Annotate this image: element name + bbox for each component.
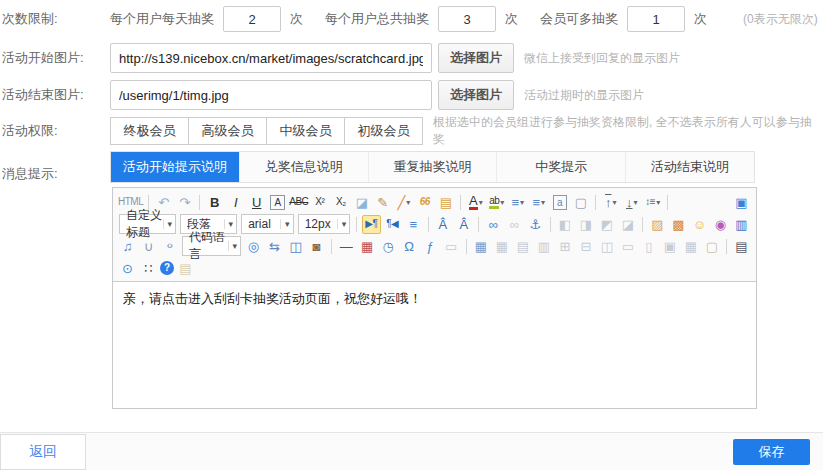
- anchor-label-icon[interactable]: a: [550, 193, 569, 212]
- formula-icon[interactable]: ƒ: [421, 237, 440, 256]
- bold-icon[interactable]: B: [205, 193, 224, 212]
- end-image-pick-button[interactable]: 选择图片: [438, 80, 514, 110]
- underline-icon[interactable]: U: [247, 193, 266, 212]
- template-icon[interactable]: ◫: [286, 237, 305, 256]
- special-char-icon[interactable]: Ω: [400, 237, 419, 256]
- emoji-icon[interactable]: ☺: [690, 215, 709, 234]
- superscript-icon[interactable]: X²: [310, 193, 329, 212]
- paste-plain-icon[interactable]: ▤: [176, 259, 195, 278]
- insert-col-icon[interactable]: ⊟: [576, 237, 595, 256]
- unlink-icon[interactable]: ∞: [505, 215, 524, 234]
- toolbar-separator: [550, 217, 551, 232]
- line-height-icon[interactable]: ↕≡▾: [643, 193, 662, 212]
- paste-icon[interactable]: ▤: [436, 193, 455, 212]
- link-icon[interactable]: ∞: [484, 215, 503, 234]
- redo-icon[interactable]: ↷: [175, 193, 194, 212]
- limit-hint: (0表示无限次): [743, 11, 818, 28]
- member-extra-label: 会员可多抽奖: [540, 10, 618, 28]
- paragraph-space-bottom-icon[interactable]: ↓▾: [622, 193, 641, 212]
- blockquote-icon[interactable]: 66: [415, 193, 434, 212]
- merge-right-icon[interactable]: ▭: [618, 237, 637, 256]
- font-size-select[interactable]: 12px▾: [298, 214, 351, 234]
- member-extra-input[interactable]: [627, 6, 685, 32]
- attachment-icon[interactable]: ∪: [139, 237, 158, 256]
- permission-option-4[interactable]: 初级会员: [344, 117, 423, 145]
- message-tab-2[interactable]: 兑奖信息说明: [240, 152, 369, 182]
- back-button[interactable]: 返回: [0, 434, 86, 470]
- date-icon[interactable]: ▦: [358, 237, 377, 256]
- subscript-icon[interactable]: X₂: [331, 193, 350, 212]
- code-language-select[interactable]: 代码语言▾: [182, 236, 241, 256]
- per-day-unit: 次: [290, 10, 303, 28]
- map-icon[interactable]: ◎: [244, 237, 263, 256]
- letter-spacing-icon[interactable]: Â: [433, 215, 452, 234]
- strikethrough-icon[interactable]: ABC: [289, 193, 308, 212]
- message-tab-3[interactable]: 重复抽奖说明: [369, 152, 498, 182]
- summary-icon[interactable]: ▭: [442, 237, 461, 256]
- unordered-list-icon[interactable]: ≡▾: [529, 193, 548, 212]
- new-page-icon[interactable]: ▢: [571, 193, 590, 212]
- total-input[interactable]: [438, 6, 496, 32]
- image-inline-icon[interactable]: ◨: [576, 215, 595, 234]
- fullscreen-icon[interactable]: ▣: [732, 193, 751, 212]
- anchor-icon[interactable]: ⚓: [526, 215, 545, 234]
- per-day-label: 每个用户每天抽奖: [110, 10, 214, 28]
- merge-cells-icon[interactable]: ▣: [660, 237, 679, 256]
- preview-icon[interactable]: ⊙: [118, 259, 137, 278]
- font-color-icon[interactable]: A▾: [466, 193, 485, 212]
- font-border-icon[interactable]: A: [268, 193, 287, 212]
- image-left-icon[interactable]: ◧: [555, 215, 574, 234]
- table-fullwidth-icon[interactable]: ▦: [681, 237, 700, 256]
- split-cell-icon[interactable]: ◫: [597, 237, 616, 256]
- delete-table-icon[interactable]: ▦: [492, 237, 511, 256]
- message-tab-1[interactable]: 活动开始提示说明: [111, 152, 240, 182]
- italic-icon[interactable]: I: [226, 193, 245, 212]
- insert-image-icon[interactable]: ▩: [669, 215, 688, 234]
- image-none-icon[interactable]: ◪: [618, 215, 637, 234]
- doc-template-icon[interactable]: ▢: [702, 237, 721, 256]
- message-tab-4[interactable]: 中奖提示: [497, 152, 626, 182]
- start-image-input[interactable]: [110, 43, 432, 73]
- search-replace-icon[interactable]: ∷: [139, 259, 158, 278]
- insert-row-icon[interactable]: ⊞: [555, 237, 574, 256]
- end-image-input[interactable]: [110, 80, 432, 110]
- permission-label: 活动权限:: [2, 122, 110, 140]
- message-tab-5[interactable]: 活动结束说明: [626, 152, 754, 182]
- pagebreak-icon[interactable]: ⇆: [265, 237, 284, 256]
- merge-down-icon[interactable]: ▯: [639, 237, 658, 256]
- per-day-input[interactable]: [223, 6, 281, 32]
- editor-content[interactable]: 亲，请点击进入刮刮卡抽奖活动页面，祝您好运哦！: [113, 282, 756, 408]
- indent-icon[interactable]: ≡: [404, 215, 423, 234]
- palette-icon[interactable]: ◉: [711, 215, 730, 234]
- highlight-color-icon[interactable]: ab▾: [487, 193, 506, 212]
- table-title-col-icon[interactable]: ▥: [534, 237, 553, 256]
- scrawl-icon[interactable]: ╱▾: [394, 193, 413, 212]
- music-icon[interactable]: ♫: [118, 237, 137, 256]
- table-title-row-icon[interactable]: ▤: [513, 237, 532, 256]
- format-brush-icon[interactable]: ✎: [373, 193, 392, 212]
- word-spacing-icon[interactable]: Â: [454, 215, 473, 234]
- insert-code-icon[interactable]: ‹›: [160, 237, 179, 256]
- time-icon[interactable]: ◷: [379, 237, 398, 256]
- paragraph-space-top-icon[interactable]: ↑▾: [601, 193, 620, 212]
- format-clear-icon[interactable]: ◪: [352, 193, 371, 212]
- font-family-select[interactable]: arial▾: [241, 214, 294, 234]
- start-image-row: 活动开始图片: 选择图片 微信上接受到回复的显示图片: [2, 42, 823, 74]
- print-icon[interactable]: ▤: [732, 237, 751, 256]
- permission-option-2[interactable]: 高级会员: [188, 117, 267, 145]
- save-button[interactable]: 保存: [733, 439, 810, 465]
- horizontal-rule-icon[interactable]: —: [337, 237, 356, 256]
- heading-select[interactable]: 自定义标题▾: [119, 214, 176, 234]
- direction-rtl-icon[interactable]: ¶◀: [383, 215, 402, 234]
- direction-ltr-icon[interactable]: ▶¶: [362, 215, 381, 234]
- ordered-list-icon[interactable]: ≡▾: [508, 193, 527, 212]
- image-icon[interactable]: ▨: [648, 215, 667, 234]
- permission-option-1[interactable]: 终极会员: [110, 117, 189, 145]
- snapshot-icon[interactable]: ◙: [307, 237, 326, 256]
- insert-table-icon[interactable]: ▦: [471, 237, 490, 256]
- image-right-icon[interactable]: ◩: [597, 215, 616, 234]
- video-icon[interactable]: ▥: [732, 215, 751, 234]
- start-image-pick-button[interactable]: 选择图片: [438, 43, 514, 73]
- permission-option-3[interactable]: 中级会员: [266, 117, 345, 145]
- help-icon[interactable]: ?: [160, 261, 174, 275]
